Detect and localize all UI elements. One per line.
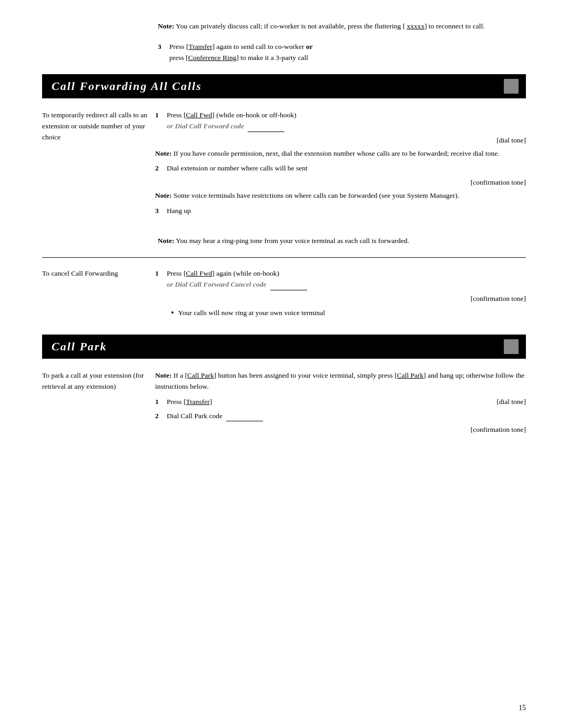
top-note-section: Note: You can privately discuss call; if… xyxy=(158,21,526,32)
step-num: 1 xyxy=(155,268,167,290)
blank-line xyxy=(226,421,263,421)
park-step2-body: Dial Call Park code xyxy=(167,411,526,422)
note-label: Note: xyxy=(158,22,174,30)
xxxxx-word: xxxxx xyxy=(407,22,425,30)
cancel-step1-body: Press [Call Fwd] again (while on-hook) o… xyxy=(167,268,307,290)
section1-title: Call Forwarding All Calls xyxy=(52,79,202,93)
fwd-steps: 1 Press [Call Fwd] (while on-hook or off… xyxy=(155,110,526,220)
fwd-step3: 3 Hang up xyxy=(155,206,526,217)
bullet-icon: • xyxy=(171,308,174,319)
park-step1-body: Press [Transfer] [dial tone] xyxy=(167,397,526,408)
fwd-note1: Note: If you have console permission, ne… xyxy=(155,148,526,159)
step-num: 2 xyxy=(155,163,167,174)
step-num: 3 xyxy=(155,206,167,217)
top-step3: 3 Press [Transfer] again to send call to… xyxy=(158,42,526,64)
cancel-conf-tone: [confirmation tone] xyxy=(155,294,526,305)
park-note: Note: If a [Call Park] button has been a… xyxy=(155,370,526,392)
step-number: 3 xyxy=(158,42,169,64)
fwd-dial-code: or Dial Call Forward code xyxy=(167,122,244,130)
header-corner-box xyxy=(504,79,519,94)
step-num: 1 xyxy=(155,110,167,132)
blank-line xyxy=(248,132,285,132)
call-park-content: To park a call at your extension (for re… xyxy=(42,370,526,438)
cancel-bullet-text: Your calls will now ring at your own voi… xyxy=(178,308,325,319)
note-text: You can privately discuss call; if co-wo… xyxy=(174,22,405,30)
call-forwarding-header: Call Forwarding All Calls xyxy=(42,74,526,98)
cancel-step1: 1 Press [Call Fwd] again (while on-hook)… xyxy=(155,268,526,290)
step3-content: Press [Transfer] again to send call to c… xyxy=(169,42,312,64)
step1-body: Press [Call Fwd] (while on-hook or off-h… xyxy=(167,110,296,132)
step3-text: Hang up xyxy=(167,206,191,217)
cancel-bullet: • Your calls will now ring at your own v… xyxy=(171,308,526,319)
section2-title: Call Park xyxy=(52,340,107,353)
fwd-step2: 2 Dial extension or number where calls w… xyxy=(155,163,526,174)
park-steps: Note: If a [Call Park] button has been a… xyxy=(155,370,526,438)
step-num: 1 xyxy=(155,397,167,408)
cancel-dial-label: or Dial Call Forward Cancel code xyxy=(167,280,266,288)
cancel-fwd-content: To cancel Call Forwarding 1 Press [Call … xyxy=(42,268,526,319)
park-step2: 2 Dial Call Park code xyxy=(155,411,526,422)
step-num: 2 xyxy=(155,411,167,422)
dial-tone-label: [dial tone] xyxy=(155,135,526,146)
fwd-note2: Note: Some voice terminals have restrict… xyxy=(155,190,526,201)
step2-body: Dial extension or number where calls wil… xyxy=(167,163,308,174)
conf-tone-label: [confirmation tone] xyxy=(155,177,526,188)
cancel-description: To cancel Call Forwarding xyxy=(42,268,155,319)
park-step1-text: Press [Transfer] xyxy=(167,397,212,408)
blank-line xyxy=(270,290,307,290)
park-description: To park a call at your extension (for re… xyxy=(42,370,155,438)
fwd-step1: 1 Press [Call Fwd] (while on-hook or off… xyxy=(155,110,526,132)
call-forwarding-content: To temporarily redirect all calls to an … xyxy=(42,110,526,220)
cancel-steps: 1 Press [Call Fwd] again (while on-hook)… xyxy=(155,268,526,319)
park-conf-tone: [confirmation tone] xyxy=(155,424,526,436)
header-corner-box xyxy=(504,339,519,354)
note-end: ] to reconnect to call. xyxy=(424,22,484,30)
call-park-header: Call Park xyxy=(42,335,526,359)
fwd-description: To temporarily redirect all calls to an … xyxy=(42,110,155,220)
park-dial-tone: [dial tone] xyxy=(496,397,526,408)
section-divider xyxy=(42,257,526,258)
ring-ping-note: Note: You may hear a ring-ping tone from… xyxy=(158,236,526,247)
park-step1: 1 Press [Transfer] [dial tone] xyxy=(155,397,526,408)
page-number: 15 xyxy=(519,704,526,712)
